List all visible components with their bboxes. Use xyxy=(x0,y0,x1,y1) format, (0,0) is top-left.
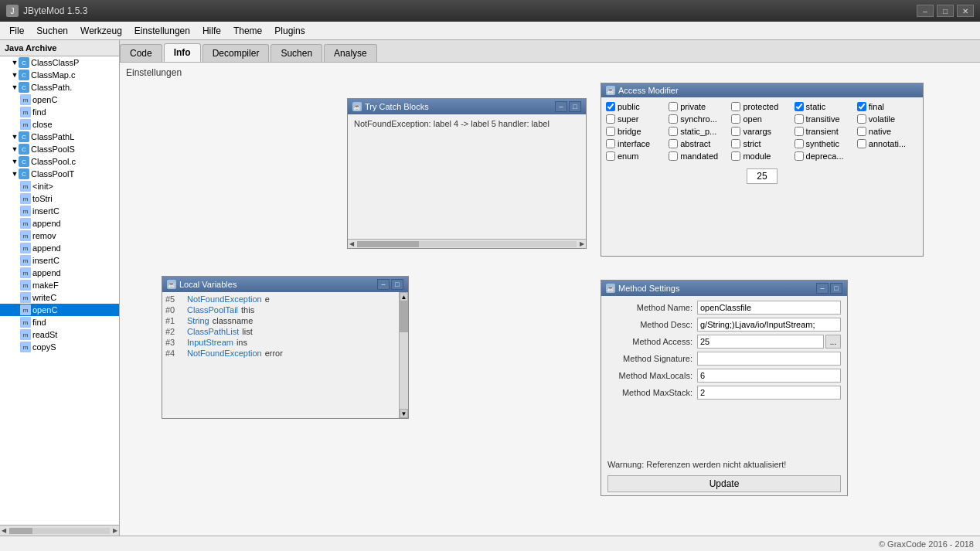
local-vars-scroll-up[interactable]: ▲ xyxy=(400,292,408,301)
minimize-button[interactable]: – xyxy=(917,5,934,17)
tree-item[interactable]: ▼CClassPoolS xyxy=(0,143,119,155)
access-cb-input-bridge[interactable] xyxy=(606,127,615,136)
local-vars-scroll-track[interactable] xyxy=(400,301,408,409)
method-maxlocals-input[interactable] xyxy=(697,369,841,383)
update-button[interactable]: Update xyxy=(607,475,841,492)
method-maxstack-input[interactable] xyxy=(697,386,841,400)
access-cb-input-synthetic[interactable] xyxy=(795,139,804,148)
tree-item[interactable]: ▼CClassPoolT xyxy=(0,168,119,180)
access-checkbox-transient[interactable]: transient xyxy=(795,127,856,136)
try-catch-minimize-btn[interactable]: – xyxy=(555,101,567,112)
access-checkbox-protected[interactable]: protected xyxy=(731,102,792,111)
tab-info[interactable]: Info xyxy=(164,43,201,62)
access-checkbox-strict[interactable]: strict xyxy=(731,139,792,148)
access-checkbox-mandated[interactable]: mandated xyxy=(669,151,730,161)
tree-item[interactable]: ▼CClassClassP xyxy=(0,56,119,69)
method-access-browse-btn[interactable]: ... xyxy=(825,335,841,349)
access-cb-input-abstract[interactable] xyxy=(669,139,678,148)
tree-item[interactable]: mtoStri xyxy=(0,192,119,205)
access-checkbox-synthetic[interactable]: synthetic xyxy=(795,139,856,148)
method-name-input[interactable] xyxy=(697,301,841,315)
access-cb-input-public[interactable] xyxy=(606,102,615,111)
access-cb-input-volatile[interactable] xyxy=(857,114,866,124)
tab-analyse[interactable]: Analyse xyxy=(324,44,377,62)
sidebar-hscroll[interactable]: ◀ ▶ xyxy=(0,525,119,536)
access-checkbox-module[interactable]: module xyxy=(731,151,792,161)
hscroll-right-btn[interactable]: ▶ xyxy=(111,527,119,534)
access-cb-input-transitive[interactable] xyxy=(795,114,804,124)
access-checkbox-native[interactable]: native xyxy=(857,127,918,136)
tree-item[interactable]: ▼CClassPool.c xyxy=(0,155,119,168)
tab-code[interactable]: Code xyxy=(120,44,162,62)
tab-decompiler[interactable]: Decompiler xyxy=(202,44,270,62)
tree-item[interactable]: ▼CClassMap.c xyxy=(0,69,119,81)
access-cb-input-enum[interactable] xyxy=(606,151,615,161)
method-signature-input[interactable] xyxy=(697,352,841,366)
tree-item[interactable]: ▼CClassPathL xyxy=(0,131,119,143)
hscroll-track[interactable] xyxy=(9,528,110,534)
local-vars-minimize-btn[interactable]: – xyxy=(377,279,390,290)
menu-theme[interactable]: Theme xyxy=(227,24,268,38)
tree-item[interactable]: ▼CClassPath. xyxy=(0,81,119,94)
access-checkbox-public[interactable]: public xyxy=(606,102,667,111)
tree-item[interactable]: mmakeF xyxy=(0,279,119,291)
access-cb-input-transient[interactable] xyxy=(795,127,804,136)
access-cb-input-deprecated[interactable] xyxy=(795,151,804,161)
method-access-input[interactable] xyxy=(697,335,824,349)
access-cb-input-private[interactable] xyxy=(669,102,678,111)
local-vars-body[interactable]: #5NotFoundExceptione#0ClassPoolTailthis#… xyxy=(162,292,399,418)
access-checkbox-private[interactable]: private xyxy=(669,102,730,111)
local-vars-vscroll[interactable]: ▲ ▼ xyxy=(399,292,408,418)
tree-item[interactable]: mopenC xyxy=(0,94,119,106)
access-cb-input-varargs[interactable] xyxy=(731,127,740,136)
access-checkbox-deprecated[interactable]: depreca... xyxy=(795,151,856,161)
access-cb-input-strict[interactable] xyxy=(731,139,740,148)
close-button[interactable]: ✕ xyxy=(957,5,974,17)
local-vars-scroll-down[interactable]: ▼ xyxy=(400,409,408,418)
tree-item[interactable]: mfind xyxy=(0,106,119,118)
access-cb-input-static_p[interactable] xyxy=(669,127,678,136)
tree-item[interactable]: mappend xyxy=(0,217,119,230)
menu-werkzeug[interactable]: Werkzeug xyxy=(74,24,128,38)
menu-hilfe[interactable]: Hilfe xyxy=(196,24,227,38)
access-checkbox-static_p[interactable]: static_p... xyxy=(669,127,730,136)
tree-item[interactable]: m<init> xyxy=(0,180,119,192)
hscroll-left-btn[interactable]: ◀ xyxy=(0,527,8,534)
menu-plugins[interactable]: Plugins xyxy=(268,24,311,38)
access-cb-input-module[interactable] xyxy=(731,151,740,161)
access-cb-input-final[interactable] xyxy=(857,102,866,111)
tree-item[interactable]: mremov xyxy=(0,230,119,242)
access-checkbox-abstract[interactable]: abstract xyxy=(669,139,730,148)
tree-item[interactable]: mcopyS xyxy=(0,341,119,353)
local-vars-maximize-btn[interactable]: □ xyxy=(391,279,403,290)
try-catch-scroll-right[interactable]: ▶ xyxy=(578,240,586,247)
tree-item[interactable]: mopenC xyxy=(0,304,119,316)
access-cb-input-static[interactable] xyxy=(795,102,804,111)
access-checkbox-synchronized[interactable]: synchro... xyxy=(669,114,730,124)
access-checkbox-varargs[interactable]: varargs xyxy=(731,127,792,136)
access-checkbox-final[interactable]: final xyxy=(857,102,918,111)
access-cb-input-open[interactable] xyxy=(731,114,740,124)
access-checkbox-annotation[interactable]: annotati... xyxy=(857,139,918,148)
tree-item[interactable]: mfind xyxy=(0,316,119,328)
access-checkbox-interface[interactable]: interface xyxy=(606,139,667,148)
access-cb-input-mandated[interactable] xyxy=(669,151,678,161)
menu-file[interactable]: File xyxy=(3,24,30,38)
maximize-button[interactable]: □ xyxy=(937,5,954,17)
tab-suchen[interactable]: Suchen xyxy=(271,44,322,62)
access-checkbox-super[interactable]: super xyxy=(606,114,667,124)
access-cb-input-super[interactable] xyxy=(606,114,615,124)
try-catch-scroll-track[interactable] xyxy=(357,241,577,247)
try-catch-hscroll[interactable]: ◀ ▶ xyxy=(348,239,586,248)
access-checkbox-transitive[interactable]: transitive xyxy=(795,114,856,124)
tree-item[interactable]: mreadSt xyxy=(0,328,119,341)
access-cb-input-native[interactable] xyxy=(857,127,866,136)
menu-suchen[interactable]: Suchen xyxy=(30,24,74,38)
access-cb-input-synchronized[interactable] xyxy=(669,114,678,124)
access-checkbox-bridge[interactable]: bridge xyxy=(606,127,667,136)
menu-einstellungen[interactable]: Einstellungen xyxy=(128,24,196,38)
try-catch-maximize-btn[interactable]: □ xyxy=(569,101,581,112)
access-checkbox-enum[interactable]: enum xyxy=(606,151,667,161)
tree-item[interactable]: mappend xyxy=(0,267,119,279)
tree-item[interactable]: minsertC xyxy=(0,205,119,217)
